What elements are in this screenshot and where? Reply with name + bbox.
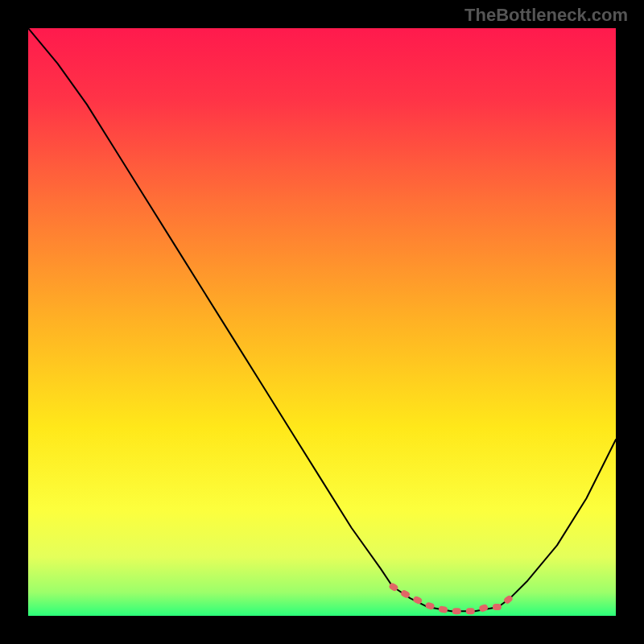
watermark-text: TheBottleneck.com: [464, 5, 628, 26]
chart-container: TheBottleneck.com: [0, 0, 644, 644]
chart-svg: [28, 28, 616, 616]
plot-area: [28, 28, 616, 616]
gradient-background: [28, 28, 616, 616]
